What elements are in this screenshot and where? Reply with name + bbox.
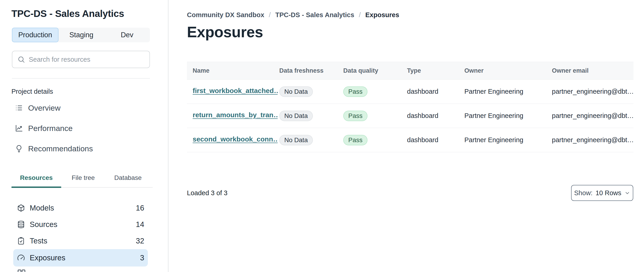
sidebar-item-tests[interactable]: Tests 32: [13, 233, 148, 249]
active-tab-underline: [12, 186, 61, 188]
cube-icon: [17, 204, 25, 212]
env-tab-production[interactable]: Production: [12, 28, 58, 42]
table-row: first_workbook_attached… No Data Pass da…: [187, 80, 634, 104]
breadcrumb: Community DX Sandbox / TPC-DS - Sales An…: [187, 11, 399, 19]
freshness-badge: No Data: [279, 135, 313, 145]
quality-badge: Pass: [343, 86, 368, 97]
env-tab-label: Staging: [69, 31, 93, 39]
exposure-name-link[interactable]: second_workbook_conn…: [193, 135, 278, 143]
page-title: Exposures: [187, 23, 263, 41]
resource-count: 16: [136, 204, 144, 212]
sidebar-item-sources[interactable]: Sources 14: [13, 216, 148, 233]
resource-count: 3: [140, 254, 144, 262]
column-header-data-freshness: Data freshness: [279, 67, 343, 74]
database-icon: [17, 220, 25, 228]
freshness-badge: No Data: [279, 86, 313, 97]
lightbulb-icon: [15, 144, 23, 153]
clipboard-check-icon: [17, 237, 25, 245]
table-row: second_workbook_conn… No Data Pass dashb…: [187, 128, 634, 152]
resource-count: 14: [136, 220, 144, 229]
type-cell: dashboard: [407, 136, 464, 144]
gauge-icon: [17, 254, 25, 262]
search-input[interactable]: [29, 56, 138, 63]
show-value: 10 Rows: [596, 189, 622, 197]
nav-label: Overview: [28, 104, 60, 112]
grid-icon: [17, 269, 26, 272]
show-rows-button[interactable]: Show: 10 Rows: [571, 185, 633, 201]
sidebar-item-models[interactable]: Models 16: [13, 200, 148, 216]
resource-view-tabs: Resources File tree Database: [0, 174, 168, 188]
env-tab-dev[interactable]: Dev: [104, 28, 150, 42]
loaded-status: Loaded 3 of 3: [187, 189, 228, 197]
column-header-data-quality: Data quality: [343, 67, 407, 74]
sidebar: TPC-DS - Sales Analytics Production Stag…: [0, 0, 168, 272]
sidebar-item-recommendations[interactable]: Recommendations: [12, 141, 153, 156]
resource-count: 32: [136, 236, 144, 245]
tab-database[interactable]: Database: [105, 174, 151, 182]
environment-tabs: Production Staging Dev: [12, 28, 150, 42]
breadcrumb-item-current: Exposures: [365, 11, 399, 19]
owner-cell: Partner Engineering: [464, 136, 552, 144]
exposure-name-link[interactable]: first_workbook_attached…: [193, 87, 278, 95]
resource-label: Tests: [30, 236, 47, 245]
nav-label: Recommendations: [28, 144, 93, 153]
main-content: Community DX Sandbox / TPC-DS - Sales An…: [168, 0, 644, 272]
sidebar-item-overview[interactable]: Overview: [12, 100, 153, 115]
resource-label: Exposures: [30, 254, 65, 262]
sidebar-item-exposures[interactable]: Exposures 3: [13, 249, 148, 266]
explorer-page: TPC-DS - Sales Analytics Production Stag…: [0, 0, 644, 272]
owner-email-cell: partner_engineering@dbt…: [552, 112, 634, 120]
nav-label: Performance: [28, 124, 73, 133]
resource-list: Models 16 Sources 14 Tests: [13, 200, 148, 266]
exposure-name-link[interactable]: return_amounts_by_tran…: [193, 111, 278, 119]
env-tab-label: Production: [18, 31, 52, 39]
column-header-type: Type: [407, 67, 464, 74]
column-header-name: Name: [187, 67, 279, 74]
sidebar-item-partial[interactable]: [17, 269, 26, 272]
breadcrumb-separator: /: [359, 11, 360, 19]
type-cell: dashboard: [407, 88, 464, 95]
type-cell: dashboard: [407, 112, 464, 120]
show-label: Show:: [574, 189, 592, 197]
quality-badge: Pass: [343, 135, 368, 145]
exposures-table: Name Data freshness Data quality Type Ow…: [187, 62, 634, 152]
list-icon: [15, 104, 23, 112]
column-header-owner: Owner: [464, 67, 552, 74]
sidebar-item-performance[interactable]: Performance: [12, 121, 153, 136]
resource-search: [12, 51, 150, 68]
project-title: TPC-DS - Sales Analytics: [12, 8, 124, 19]
resource-label: Sources: [30, 220, 57, 229]
line-chart-icon: [15, 124, 23, 132]
owner-cell: Partner Engineering: [464, 88, 552, 95]
resource-label: Models: [30, 204, 54, 212]
chevron-down-icon: [624, 190, 630, 196]
env-tab-label: Dev: [121, 31, 133, 39]
table-header-row: Name Data freshness Data quality Type Ow…: [187, 62, 634, 80]
breadcrumb-separator: /: [269, 11, 270, 19]
tab-file-tree[interactable]: File tree: [61, 174, 105, 182]
freshness-badge: No Data: [279, 111, 313, 121]
breadcrumb-item-project[interactable]: TPC-DS - Sales Analytics: [276, 11, 354, 19]
column-header-owner-email: Owner email: [552, 67, 634, 74]
table-row: return_amounts_by_tran… No Data Pass das…: [187, 104, 634, 128]
owner-cell: Partner Engineering: [464, 112, 552, 120]
project-details-label: Project details: [12, 88, 53, 95]
owner-email-cell: partner_engineering@dbt…: [552, 136, 634, 144]
owner-email-cell: partner_engineering@dbt…: [552, 88, 634, 95]
tab-resources[interactable]: Resources: [12, 174, 61, 182]
sidebar-divider: [12, 78, 150, 79]
search-icon: [17, 56, 25, 63]
quality-badge: Pass: [343, 111, 368, 121]
breadcrumb-item-account[interactable]: Community DX Sandbox: [187, 11, 264, 19]
project-nav: Overview Performance Recommendations: [12, 100, 153, 162]
env-tab-staging[interactable]: Staging: [58, 28, 104, 42]
